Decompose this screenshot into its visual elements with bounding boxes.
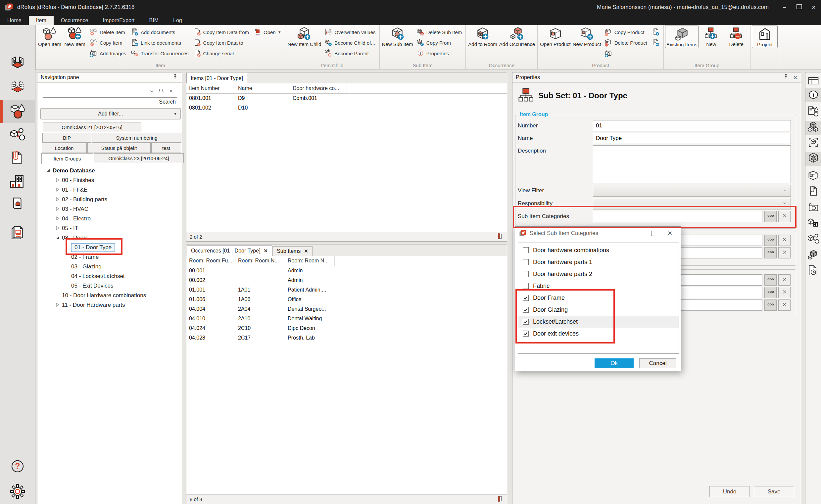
pin-icon[interactable]: [783, 73, 789, 81]
new-item-child-button[interactable]: New Item Child: [287, 25, 322, 47]
sub-item-categories-clear-button[interactable]: [778, 211, 791, 222]
expand-arrow-icon[interactable]: [55, 187, 61, 193]
dialog-close-button[interactable]: ✕: [667, 230, 672, 237]
search-link[interactable]: Search: [159, 99, 176, 105]
right-tool-table[interactable]: [807, 74, 820, 88]
more-button[interactable]: [764, 235, 777, 246]
column-header-room-room-fu[interactable]: Room: Room Fu...: [186, 256, 235, 266]
expand-arrow-icon[interactable]: [55, 216, 61, 222]
table-row[interactable]: 01.0061A06Office: [186, 295, 507, 304]
tree-item-10-door-hardware-combinations[interactable]: 10 - Door Hardware combinations: [37, 291, 182, 300]
unchecked-checkbox[interactable]: [523, 271, 529, 277]
open-product-button[interactable]: Open Product: [539, 25, 572, 47]
tab-sub-items[interactable]: Sub Items✕: [272, 246, 312, 256]
project-button[interactable]: Project: [752, 25, 778, 48]
sidebar-item-room[interactable]: [0, 52, 35, 75]
delete-button[interactable]: Delete: [724, 25, 749, 47]
tab-items[interactable]: Items [01 - Door Type]: [186, 73, 247, 83]
column-header-name[interactable]: Name: [235, 83, 290, 93]
right-tool-camera[interactable]: [807, 201, 820, 215]
existing-items-button[interactable]: Existing Items: [665, 25, 699, 48]
tree-item-11-door-hardware-parts[interactable]: 11 - Door Hardware parts: [37, 300, 182, 310]
view-filter-select[interactable]: [593, 185, 791, 197]
sidebar-item-catalog-book[interactable]: [0, 193, 35, 216]
new-sub-item-button[interactable]: New Sub Item: [381, 25, 414, 47]
tab-occurrences-01-door-type[interactable]: Occurrences [01 - Door Type]✕: [187, 245, 272, 256]
table-row[interactable]: 04.0282C17Prosth. Lab: [186, 333, 507, 343]
category-row-door-hardware-parts-2[interactable]: Door hardware parts 2: [518, 268, 679, 280]
menu-tab-bim[interactable]: BIM: [142, 16, 166, 25]
right-tool-grey-cube[interactable]: [807, 249, 820, 262]
copy-item-button[interactable]: Copy Item: [87, 37, 128, 48]
expand-arrow-icon[interactable]: [55, 177, 61, 183]
nav-tab-omniclass-21-2012-05-16[interactable]: OmniClass 21 [2012-05-16]: [43, 122, 141, 132]
category-row-lockset-latchset[interactable]: Lockset/Latchset: [518, 316, 679, 328]
table-row[interactable]: 04.0242C10Dipc Decon: [186, 323, 507, 333]
checked-checkbox[interactable]: [523, 331, 529, 337]
sidebar-item-help[interactable]: ?: [0, 455, 35, 479]
table-row[interactable]: 00.002Admin: [186, 275, 507, 285]
unchecked-checkbox[interactable]: [523, 283, 529, 289]
right-tool-doc-clock[interactable]: [807, 264, 820, 278]
become-parent-button[interactable]: Become Parent: [322, 48, 378, 59]
table-row[interactable]: 01.0011A01Patient Admin....: [186, 285, 507, 295]
unchecked-checkbox[interactable]: [523, 259, 529, 265]
sidebar-item-items[interactable]: [0, 100, 35, 123]
add-occurrence-button[interactable]: Add Occurrence: [498, 25, 536, 47]
open-button[interactable]: wwwOpen▼: [251, 27, 284, 37]
more-button[interactable]: [764, 287, 777, 298]
search-icon[interactable]: [158, 88, 165, 96]
more-button[interactable]: [764, 247, 777, 258]
copy-product-button[interactable]: Copy Product: [602, 27, 650, 37]
cancel-button[interactable]: Cancel: [639, 358, 676, 368]
copy-from-button[interactable]: Copy From: [414, 37, 465, 48]
add-to-room-button[interactable]: Add to Room: [467, 25, 498, 47]
nav-search-input[interactable]: [43, 89, 149, 95]
right-tool-paperclip-doc[interactable]: [807, 185, 820, 199]
tree-item-01-ff-e[interactable]: 01 - FF&E: [37, 185, 182, 195]
category-row-door-glazing[interactable]: Door Glazing: [518, 304, 679, 316]
menu-tab-import-export[interactable]: Import/Export: [96, 16, 142, 25]
dialog-maximize-button[interactable]: [651, 231, 656, 236]
maximize-button[interactable]: [792, 4, 806, 11]
menu-tab-log[interactable]: Log: [166, 16, 189, 25]
properties-button[interactable]: iProperties: [414, 48, 465, 59]
column-header-room-room-n[interactable]: Room: Room N...: [285, 256, 335, 266]
right-tool-doc-shapes[interactable]: [807, 105, 820, 119]
category-row-door-frame[interactable]: Door Frame: [518, 292, 679, 304]
clear-button[interactable]: [778, 247, 791, 258]
menu-tab-home[interactable]: Home: [0, 16, 29, 25]
sidebar-item-building[interactable]: [0, 170, 35, 193]
sub-item-categories-field[interactable]: [593, 211, 762, 222]
tree-item-08-doors[interactable]: 08 - Doors: [37, 233, 182, 243]
table-row[interactable]: 00.001Admin: [186, 266, 507, 275]
close-panel-icon[interactable]: ✕: [793, 74, 798, 81]
book-icon[interactable]: [496, 495, 504, 503]
add-image-product-button[interactable]: [602, 48, 650, 59]
menu-tab-item[interactable]: Item: [29, 16, 54, 25]
category-row-door-hardware-combinations[interactable]: Door hardware combinations: [518, 244, 679, 256]
new-product-button[interactable]: New Product: [572, 25, 602, 47]
number-field[interactable]: [593, 120, 791, 131]
clip-plus-button[interactable]: [650, 27, 662, 37]
tree-item-04-lockset-latchset[interactable]: 04 - Lockset/Latchset: [37, 271, 182, 281]
sub-item-categories-more-button[interactable]: [764, 211, 777, 222]
transfer-occurrences-button[interactable]: Transfer Occurrences: [128, 48, 191, 59]
add-filter-button[interactable]: Add filter... ▼: [40, 108, 181, 119]
tree-item-03-hvac[interactable]: 03 - HVAC: [37, 204, 182, 214]
right-tool-cube-circles[interactable]: [807, 233, 820, 247]
responsibility-select[interactable]: [593, 198, 791, 209]
table-row[interactable]: 04.0102A10Dental Waiting: [186, 314, 507, 323]
nav-tab-omniclass-23-2010-06-24[interactable]: OmniClass 23 [2010-06-24]: [94, 153, 184, 163]
chevron-down-icon[interactable]: [149, 88, 155, 95]
clip-link-button[interactable]: [650, 37, 662, 48]
dialog-minimize-button[interactable]: —: [635, 231, 640, 236]
tree-item-01-door-type[interactable]: 01 - Door Type: [37, 243, 182, 252]
minimize-button[interactable]: –: [777, 4, 792, 10]
category-row-fabric[interactable]: Fabric: [518, 280, 679, 292]
expand-arrow-icon[interactable]: [55, 302, 61, 308]
collapse-arrow-icon[interactable]: [45, 168, 51, 174]
tree-item-00-finishes[interactable]: 00 - Finishes: [37, 175, 182, 185]
more-button[interactable]: [764, 299, 777, 311]
clear-search-icon[interactable]: [168, 88, 174, 95]
